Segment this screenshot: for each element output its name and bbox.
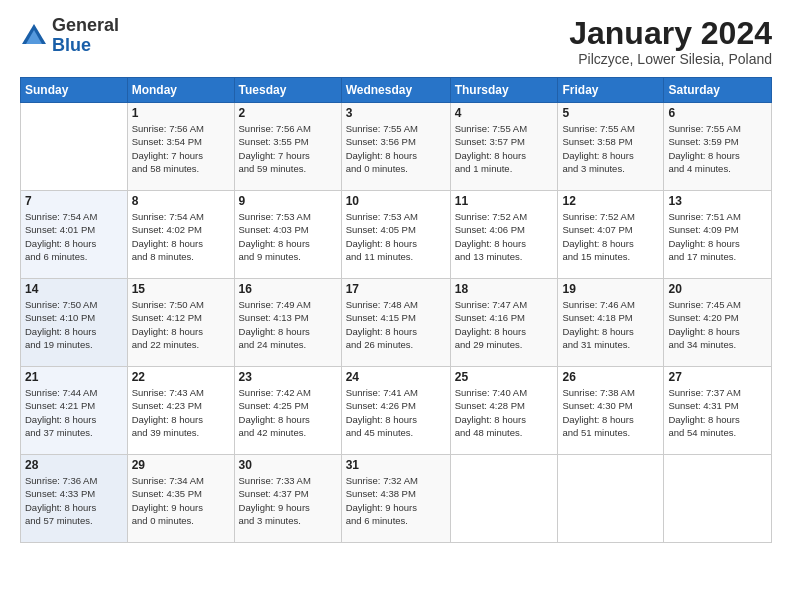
day-number: 28 <box>25 458 123 472</box>
day-info: Sunrise: 7:37 AMSunset: 4:31 PMDaylight:… <box>668 386 767 439</box>
calendar-cell: 13Sunrise: 7:51 AMSunset: 4:09 PMDayligh… <box>664 191 772 279</box>
day-info: Sunrise: 7:42 AMSunset: 4:25 PMDaylight:… <box>239 386 337 439</box>
weekday-header-wednesday: Wednesday <box>341 78 450 103</box>
day-info: Sunrise: 7:55 AMSunset: 3:59 PMDaylight:… <box>668 122 767 175</box>
weekday-header-saturday: Saturday <box>664 78 772 103</box>
calendar-cell: 9Sunrise: 7:53 AMSunset: 4:03 PMDaylight… <box>234 191 341 279</box>
day-number: 3 <box>346 106 446 120</box>
day-number: 23 <box>239 370 337 384</box>
subtitle: Pilczyce, Lower Silesia, Poland <box>569 51 772 67</box>
day-number: 30 <box>239 458 337 472</box>
calendar-cell: 15Sunrise: 7:50 AMSunset: 4:12 PMDayligh… <box>127 279 234 367</box>
calendar-week-row: 1Sunrise: 7:56 AMSunset: 3:54 PMDaylight… <box>21 103 772 191</box>
calendar-cell: 24Sunrise: 7:41 AMSunset: 4:26 PMDayligh… <box>341 367 450 455</box>
day-info: Sunrise: 7:51 AMSunset: 4:09 PMDaylight:… <box>668 210 767 263</box>
calendar-cell: 23Sunrise: 7:42 AMSunset: 4:25 PMDayligh… <box>234 367 341 455</box>
day-number: 11 <box>455 194 554 208</box>
day-info: Sunrise: 7:56 AMSunset: 3:54 PMDaylight:… <box>132 122 230 175</box>
day-info: Sunrise: 7:41 AMSunset: 4:26 PMDaylight:… <box>346 386 446 439</box>
day-number: 14 <box>25 282 123 296</box>
day-info: Sunrise: 7:36 AMSunset: 4:33 PMDaylight:… <box>25 474 123 527</box>
logo-icon <box>20 22 48 50</box>
day-info: Sunrise: 7:56 AMSunset: 3:55 PMDaylight:… <box>239 122 337 175</box>
calendar-week-row: 21Sunrise: 7:44 AMSunset: 4:21 PMDayligh… <box>21 367 772 455</box>
day-number: 27 <box>668 370 767 384</box>
day-info: Sunrise: 7:44 AMSunset: 4:21 PMDaylight:… <box>25 386 123 439</box>
day-number: 17 <box>346 282 446 296</box>
day-number: 16 <box>239 282 337 296</box>
day-info: Sunrise: 7:52 AMSunset: 4:07 PMDaylight:… <box>562 210 659 263</box>
day-info: Sunrise: 7:45 AMSunset: 4:20 PMDaylight:… <box>668 298 767 351</box>
calendar-header-row: SundayMondayTuesdayWednesdayThursdayFrid… <box>21 78 772 103</box>
day-number: 13 <box>668 194 767 208</box>
calendar-cell: 28Sunrise: 7:36 AMSunset: 4:33 PMDayligh… <box>21 455 128 543</box>
day-number: 25 <box>455 370 554 384</box>
day-info: Sunrise: 7:55 AMSunset: 3:58 PMDaylight:… <box>562 122 659 175</box>
day-number: 18 <box>455 282 554 296</box>
logo-text: General Blue <box>52 16 119 56</box>
calendar-cell <box>558 455 664 543</box>
calendar-week-row: 14Sunrise: 7:50 AMSunset: 4:10 PMDayligh… <box>21 279 772 367</box>
weekday-header-thursday: Thursday <box>450 78 558 103</box>
calendar-cell <box>21 103 128 191</box>
calendar-cell: 14Sunrise: 7:50 AMSunset: 4:10 PMDayligh… <box>21 279 128 367</box>
logo-blue: Blue <box>52 36 119 56</box>
day-info: Sunrise: 7:53 AMSunset: 4:05 PMDaylight:… <box>346 210 446 263</box>
day-info: Sunrise: 7:53 AMSunset: 4:03 PMDaylight:… <box>239 210 337 263</box>
calendar-cell: 4Sunrise: 7:55 AMSunset: 3:57 PMDaylight… <box>450 103 558 191</box>
calendar-cell <box>450 455 558 543</box>
day-number: 26 <box>562 370 659 384</box>
weekday-header-friday: Friday <box>558 78 664 103</box>
day-info: Sunrise: 7:50 AMSunset: 4:10 PMDaylight:… <box>25 298 123 351</box>
calendar-cell: 8Sunrise: 7:54 AMSunset: 4:02 PMDaylight… <box>127 191 234 279</box>
day-info: Sunrise: 7:33 AMSunset: 4:37 PMDaylight:… <box>239 474 337 527</box>
calendar-cell: 1Sunrise: 7:56 AMSunset: 3:54 PMDaylight… <box>127 103 234 191</box>
day-number: 4 <box>455 106 554 120</box>
calendar-cell: 31Sunrise: 7:32 AMSunset: 4:38 PMDayligh… <box>341 455 450 543</box>
calendar-week-row: 28Sunrise: 7:36 AMSunset: 4:33 PMDayligh… <box>21 455 772 543</box>
day-info: Sunrise: 7:55 AMSunset: 3:56 PMDaylight:… <box>346 122 446 175</box>
day-number: 8 <box>132 194 230 208</box>
day-number: 5 <box>562 106 659 120</box>
day-info: Sunrise: 7:49 AMSunset: 4:13 PMDaylight:… <box>239 298 337 351</box>
day-number: 21 <box>25 370 123 384</box>
calendar-cell: 25Sunrise: 7:40 AMSunset: 4:28 PMDayligh… <box>450 367 558 455</box>
calendar-cell: 11Sunrise: 7:52 AMSunset: 4:06 PMDayligh… <box>450 191 558 279</box>
calendar-cell: 7Sunrise: 7:54 AMSunset: 4:01 PMDaylight… <box>21 191 128 279</box>
calendar-cell: 18Sunrise: 7:47 AMSunset: 4:16 PMDayligh… <box>450 279 558 367</box>
day-info: Sunrise: 7:43 AMSunset: 4:23 PMDaylight:… <box>132 386 230 439</box>
day-info: Sunrise: 7:47 AMSunset: 4:16 PMDaylight:… <box>455 298 554 351</box>
day-number: 10 <box>346 194 446 208</box>
day-info: Sunrise: 7:52 AMSunset: 4:06 PMDaylight:… <box>455 210 554 263</box>
main-title: January 2024 <box>569 16 772 51</box>
calendar-cell: 12Sunrise: 7:52 AMSunset: 4:07 PMDayligh… <box>558 191 664 279</box>
day-info: Sunrise: 7:55 AMSunset: 3:57 PMDaylight:… <box>455 122 554 175</box>
day-number: 15 <box>132 282 230 296</box>
day-number: 31 <box>346 458 446 472</box>
logo-general: General <box>52 16 119 36</box>
calendar-cell: 21Sunrise: 7:44 AMSunset: 4:21 PMDayligh… <box>21 367 128 455</box>
header: General Blue January 2024 Pilczyce, Lowe… <box>20 16 772 67</box>
calendar-cell: 17Sunrise: 7:48 AMSunset: 4:15 PMDayligh… <box>341 279 450 367</box>
calendar-cell: 10Sunrise: 7:53 AMSunset: 4:05 PMDayligh… <box>341 191 450 279</box>
day-number: 9 <box>239 194 337 208</box>
day-info: Sunrise: 7:54 AMSunset: 4:02 PMDaylight:… <box>132 210 230 263</box>
day-number: 22 <box>132 370 230 384</box>
day-info: Sunrise: 7:48 AMSunset: 4:15 PMDaylight:… <box>346 298 446 351</box>
calendar-cell: 16Sunrise: 7:49 AMSunset: 4:13 PMDayligh… <box>234 279 341 367</box>
weekday-header-tuesday: Tuesday <box>234 78 341 103</box>
calendar-cell: 2Sunrise: 7:56 AMSunset: 3:55 PMDaylight… <box>234 103 341 191</box>
day-number: 7 <box>25 194 123 208</box>
calendar-table: SundayMondayTuesdayWednesdayThursdayFrid… <box>20 77 772 543</box>
day-number: 29 <box>132 458 230 472</box>
calendar-cell: 5Sunrise: 7:55 AMSunset: 3:58 PMDaylight… <box>558 103 664 191</box>
day-info: Sunrise: 7:38 AMSunset: 4:30 PMDaylight:… <box>562 386 659 439</box>
weekday-header-sunday: Sunday <box>21 78 128 103</box>
calendar-cell: 6Sunrise: 7:55 AMSunset: 3:59 PMDaylight… <box>664 103 772 191</box>
calendar-cell <box>664 455 772 543</box>
title-area: January 2024 Pilczyce, Lower Silesia, Po… <box>569 16 772 67</box>
calendar-cell: 26Sunrise: 7:38 AMSunset: 4:30 PMDayligh… <box>558 367 664 455</box>
day-number: 2 <box>239 106 337 120</box>
day-number: 1 <box>132 106 230 120</box>
calendar-cell: 30Sunrise: 7:33 AMSunset: 4:37 PMDayligh… <box>234 455 341 543</box>
